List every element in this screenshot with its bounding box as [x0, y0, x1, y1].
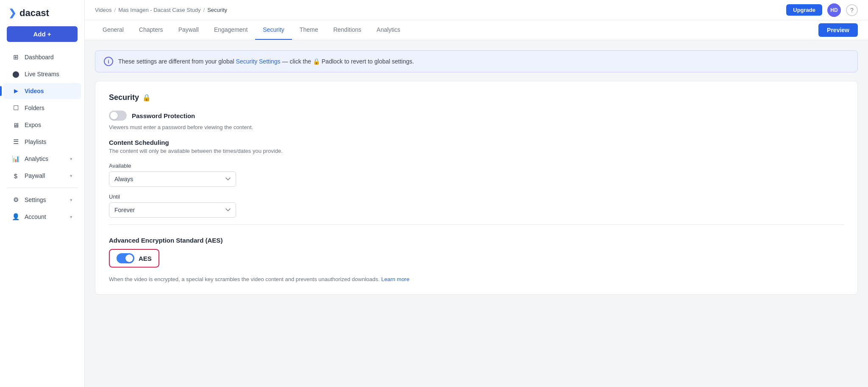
sidebar-item-label: Playlists	[25, 138, 46, 145]
aes-section: Advanced Encryption Standard (AES) AES W…	[109, 224, 844, 282]
breadcrumb-separator: /	[203, 7, 205, 13]
nav-paywall[interactable]: $ Paywall ▾	[3, 168, 81, 184]
aes-toggle-row: AES	[109, 249, 159, 268]
aes-title: Advanced Encryption Standard (AES)	[109, 237, 844, 244]
main-content: Videos / Mas Imagen - Dacast Case Study …	[85, 0, 868, 387]
nav-playlists[interactable]: ☰ Playlists	[3, 134, 81, 150]
password-protection-desc: Viewers must enter a password before vie…	[109, 124, 844, 130]
nav-dashboard[interactable]: ⊞ Dashboard	[3, 49, 81, 65]
breadcrumb-videos[interactable]: Videos	[95, 7, 112, 13]
security-settings-link[interactable]: Security Settings	[236, 58, 281, 65]
sidebar-item-label: Account	[25, 213, 46, 220]
preview-button[interactable]: Preview	[818, 23, 858, 37]
tab-theme[interactable]: Theme	[292, 20, 326, 40]
sidebar-item-label: Folders	[25, 105, 45, 111]
aes-toggle[interactable]	[117, 253, 134, 263]
help-button[interactable]: ?	[846, 4, 858, 16]
aes-learn-more-link[interactable]: Learn more	[381, 276, 409, 282]
chevron-down-icon: ▾	[70, 156, 72, 162]
logo-chevron-icon: ❯	[8, 8, 16, 19]
tab-bar: General Chapters Paywall Engagement Secu…	[85, 20, 868, 40]
aes-desc: When the video is encrypted, a special k…	[109, 276, 844, 282]
dashboard-icon: ⊞	[12, 53, 19, 61]
content-scheduling-section: Content Scheduling The content will only…	[109, 139, 844, 224]
paywall-icon: $	[12, 172, 19, 180]
nav-account[interactable]: 👤 Account ▾	[3, 209, 81, 225]
until-select[interactable]: Forever Custom	[109, 202, 236, 218]
live-streams-icon: ⬤	[12, 70, 19, 78]
nav-videos[interactable]: ▶ Videos	[3, 83, 81, 99]
page-body: i These settings are different from your…	[85, 40, 868, 313]
nav-expos[interactable]: 🖥 Expos	[3, 117, 81, 133]
aes-label: AES	[139, 255, 152, 262]
sidebar-item-label: Settings	[25, 196, 46, 203]
password-protection-row: Password Protection	[109, 111, 844, 121]
expos-icon: 🖥	[12, 121, 19, 129]
info-banner: i These settings are different from your…	[95, 50, 858, 72]
until-label: Until	[109, 194, 844, 200]
content-scheduling-title: Content Scheduling	[109, 139, 844, 146]
chevron-down-icon: ▾	[70, 197, 72, 203]
password-protection-toggle[interactable]	[109, 111, 127, 121]
videos-icon: ▶	[12, 87, 19, 95]
breadcrumb-item-title[interactable]: Mas Imagen - Dacast Case Study	[118, 7, 200, 13]
upgrade-button[interactable]: Upgrade	[786, 4, 822, 16]
logo-text: dacast	[19, 8, 49, 19]
tab-engagement[interactable]: Engagement	[206, 20, 255, 40]
topbar: Videos / Mas Imagen - Dacast Case Study …	[85, 0, 868, 20]
sidebar: ❯ dacast Add + ⊞ Dashboard ⬤ Live Stream…	[0, 0, 85, 387]
chevron-down-icon: ▾	[70, 173, 72, 179]
playlists-icon: ☰	[12, 138, 19, 146]
password-protection-label: Password Protection	[132, 112, 195, 119]
content-area: General Chapters Paywall Engagement Secu…	[85, 20, 868, 387]
avatar-button[interactable]: HD	[827, 3, 841, 17]
tab-security[interactable]: Security	[255, 20, 292, 40]
breadcrumb-separator: /	[114, 7, 116, 13]
add-button[interactable]: Add +	[7, 26, 78, 42]
settings-icon: ⚙	[12, 196, 19, 204]
content-scheduling-desc: The content will only be available betwe…	[109, 148, 844, 154]
sidebar-item-label: Live Streams	[25, 71, 59, 77]
topbar-actions: Upgrade HD ?	[786, 3, 858, 17]
nav-settings[interactable]: ⚙ Settings ▾	[3, 192, 81, 208]
sidebar-item-label: Expos	[25, 122, 41, 128]
logo: ❯ dacast	[0, 0, 84, 26]
sidebar-item-label: Videos	[25, 88, 44, 94]
section-title: Security 🔒	[109, 93, 844, 102]
available-label: Available	[109, 163, 844, 169]
tab-analytics[interactable]: Analytics	[369, 20, 408, 40]
tab-general[interactable]: General	[95, 20, 131, 40]
tabs: General Chapters Paywall Engagement Secu…	[95, 20, 408, 40]
folders-icon: ☐	[12, 104, 19, 112]
tab-renditions[interactable]: Renditions	[326, 20, 369, 40]
sidebar-divider	[7, 188, 78, 188]
nav-folders[interactable]: ☐ Folders	[3, 100, 81, 116]
nav-live-streams[interactable]: ⬤ Live Streams	[3, 66, 81, 82]
account-icon: 👤	[12, 213, 19, 221]
breadcrumb-current: Security	[207, 7, 227, 13]
lock-icon: 🔒	[142, 94, 151, 102]
analytics-icon: 📊	[12, 155, 19, 163]
sidebar-item-label: Analytics	[25, 155, 48, 162]
sidebar-item-label: Paywall	[25, 172, 45, 179]
sidebar-item-label: Dashboard	[25, 54, 54, 61]
breadcrumb: Videos / Mas Imagen - Dacast Case Study …	[95, 7, 227, 13]
available-select[interactable]: Always Custom	[109, 171, 236, 187]
info-text: These settings are different from your g…	[118, 58, 414, 65]
tab-paywall[interactable]: Paywall	[171, 20, 206, 40]
chevron-down-icon: ▾	[70, 214, 72, 220]
info-icon: i	[104, 57, 113, 66]
security-card: Security 🔒 Password Protection Viewers m…	[95, 81, 858, 295]
tab-chapters[interactable]: Chapters	[131, 20, 171, 40]
nav-analytics[interactable]: 📊 Analytics ▾	[3, 151, 81, 167]
